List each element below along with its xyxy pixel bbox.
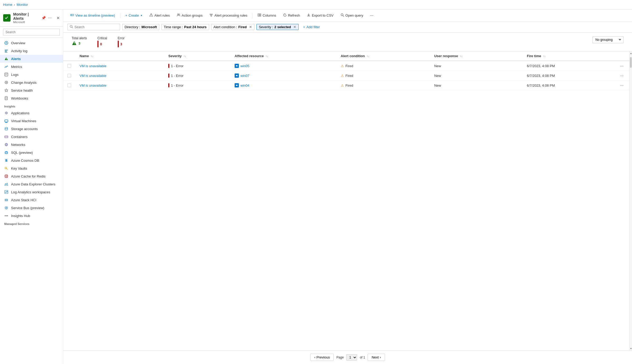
severity-filter[interactable]: Severity : 2 selected ✕	[256, 24, 299, 30]
alert-condition-close[interactable]: ✕	[249, 25, 252, 29]
sidebar-item-stack-hci[interactable]: Azure Stack HCI	[0, 196, 63, 204]
page-label: Page	[336, 356, 344, 359]
previous-button[interactable]: ‹ Previous	[310, 354, 334, 361]
sidebar-item-storage-accounts[interactable]: Storage accounts	[0, 125, 63, 133]
sidebar-item-virtual-machines[interactable]: Virtual Machines	[0, 117, 63, 125]
sidebar-item-applications[interactable]: Applications	[0, 109, 63, 117]
checkbox-1[interactable]	[67, 74, 71, 77]
search-filter-container[interactable]	[67, 24, 120, 30]
severity-column-header[interactable]: Severity ↑↓	[164, 51, 230, 61]
toolbar-more-button[interactable]: ⋯	[367, 12, 376, 19]
row-menu-1[interactable]: ⋯	[619, 73, 625, 78]
sidebar-item-activity-log[interactable]: Activity log	[0, 47, 63, 55]
breadcrumb-home[interactable]: Home	[3, 3, 12, 7]
export-csv-button[interactable]: Export to CSV	[304, 12, 336, 19]
row-checkbox-2[interactable]	[63, 81, 75, 90]
sidebar-item-data-explorer[interactable]: Azure Data Explorer Clusters	[0, 180, 63, 188]
resource-link-2[interactable]: win04	[240, 83, 249, 87]
sidebar-item-containers[interactable]: Containers	[0, 133, 63, 141]
add-filter-button[interactable]: + Add filter	[301, 24, 322, 30]
grouping-select[interactable]: No grouping Smart groups Severity Alert …	[592, 36, 624, 43]
page-select[interactable]: 1	[346, 354, 357, 361]
row-checkbox-0[interactable]	[63, 61, 75, 71]
sidebar-item-networks[interactable]: Networks	[0, 141, 63, 149]
sidebar-item-service-bus[interactable]: Service Bus (preview)	[0, 204, 63, 212]
row-severity-1: 1 - Error	[164, 71, 230, 81]
cosmos-icon	[4, 158, 8, 163]
service-bus-icon	[4, 206, 8, 210]
search-input[interactable]	[75, 25, 114, 29]
sidebar-item-key-vaults[interactable]: Key Vaults	[0, 164, 63, 172]
refresh-button[interactable]: Refresh	[280, 12, 303, 19]
pin-icon[interactable]: 📌	[41, 16, 46, 20]
more-options-icon[interactable]: ⋯	[48, 16, 52, 20]
severity-close[interactable]: ✕	[293, 25, 296, 29]
refresh-icon	[283, 13, 287, 18]
table-header-row: Name ↑↓ Severity ↑↓ Affected resource ↑↓	[63, 51, 629, 61]
name-column-header[interactable]: Name ↑↓	[75, 51, 164, 61]
affected-resource-column-header[interactable]: Affected resource ↑↓	[230, 51, 337, 61]
condition-cell-0: ⚠ Fired	[341, 64, 426, 68]
sidebar-item-sql[interactable]: SQL (preview)	[0, 149, 63, 156]
open-query-button[interactable]: Open query	[338, 12, 366, 19]
close-icon[interactable]: ✕	[56, 16, 60, 21]
vertical-scrollbar[interactable]: ▲ ▼	[629, 51, 632, 350]
alert-name-link-0[interactable]: VM is unavailable	[80, 64, 106, 68]
svg-rect-61	[236, 85, 238, 86]
sidebar-item-workbooks[interactable]: Workbooks	[0, 94, 63, 102]
sidebar-item-storage-label: Storage accounts	[11, 127, 38, 131]
timeline-icon	[70, 13, 74, 18]
sidebar-item-alerts[interactable]: ! Alerts	[0, 55, 63, 63]
sidebar-search-input[interactable]	[3, 29, 60, 36]
row-menu-2[interactable]: ⋯	[619, 83, 625, 88]
sidebar-item-service-health-label: Service health	[11, 88, 33, 92]
sidebar-item-logs[interactable]: Logs	[0, 71, 63, 78]
sidebar-item-workbooks-label: Workbooks	[11, 96, 28, 100]
alert-rules-button[interactable]: Alert rules	[146, 12, 173, 19]
alert-condition-column-header[interactable]: Alert condition ↑↓	[337, 51, 430, 61]
critical-number: 0	[100, 42, 102, 46]
svg-rect-50	[260, 14, 261, 16]
sidebar-item-overview[interactable]: Overview	[0, 39, 63, 47]
alert-condition-filter[interactable]: Alert condition : Fired ✕	[211, 24, 254, 30]
action-groups-button[interactable]: Action groups	[174, 12, 206, 19]
scroll-down-arrow[interactable]: ▼	[630, 347, 632, 350]
sidebar-item-overview-label: Overview	[11, 41, 25, 45]
breadcrumb-monitor[interactable]: Monitor	[17, 3, 28, 7]
row-actions-2: ⋯	[614, 81, 629, 90]
next-button[interactable]: Next ›	[368, 354, 385, 361]
resource-link-0[interactable]: win05	[240, 64, 249, 68]
row-checkbox-1[interactable]	[63, 71, 75, 81]
row-menu-0[interactable]: ⋯	[619, 63, 625, 68]
alert-name-link-2[interactable]: VM is unavailable	[80, 83, 106, 87]
svg-marker-32	[5, 183, 8, 185]
total-alerts-label: Total alerts	[72, 36, 87, 40]
sidebar-item-service-health[interactable]: Service health	[0, 86, 63, 94]
sidebar-item-metrics[interactable]: Metrics	[0, 63, 63, 71]
scroll-up-arrow[interactable]: ▲	[630, 51, 632, 55]
sidebar-item-log-analytics[interactable]: Log Analytics workspaces	[0, 188, 63, 196]
columns-button[interactable]: Columns	[255, 12, 279, 19]
user-response-column-header[interactable]: User response ↑↓	[430, 51, 523, 61]
resource-link-1[interactable]: win07	[240, 74, 249, 78]
scrollbar-thumb[interactable]	[630, 57, 632, 68]
fire-time-column-header[interactable]: Fire time ↑↓	[523, 51, 614, 61]
view-timeline-button[interactable]: View as timeline (preview)	[67, 12, 118, 19]
create-button[interactable]: + Create ▼	[122, 12, 146, 19]
sidebar-item-redis[interactable]: Azure Cache for Redis	[0, 172, 63, 180]
sidebar-item-change-analysis[interactable]: Change Analysis	[0, 78, 63, 86]
checkbox-2[interactable]	[67, 83, 71, 87]
sidebar-item-insights-hub[interactable]: ••• Insights Hub	[0, 212, 63, 220]
row-condition-0: ⚠ Fired	[337, 61, 430, 71]
toolbar-more-icon: ⋯	[370, 13, 373, 17]
app-title: Monitor | Alerts	[13, 12, 39, 21]
severity-badge-0: 1 - Error	[168, 64, 226, 68]
sidebar-item-cosmos[interactable]: Azure Cosmos DB	[0, 156, 63, 164]
create-icon: +	[125, 13, 127, 17]
checkbox-0[interactable]	[67, 64, 71, 68]
alert-processing-rules-button[interactable]: Alert processing rules	[206, 12, 250, 19]
alert-name-link-1[interactable]: VM is unavailable	[80, 74, 106, 78]
add-filter-icon: +	[303, 25, 305, 29]
sidebar-item-log-analytics-label: Log Analytics workspaces	[11, 190, 50, 194]
svg-rect-57	[236, 65, 238, 66]
